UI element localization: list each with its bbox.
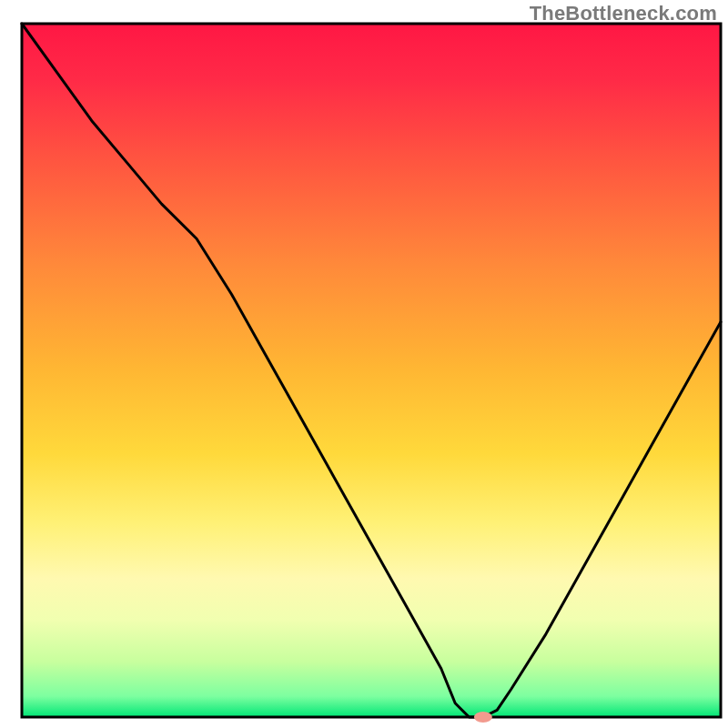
watermark-text: TheBottleneck.com [530,2,717,25]
plot-area [22,24,721,717]
chart-svg [0,0,728,728]
bottleneck-chart: TheBottleneck.com [0,0,728,728]
optimal-point-marker [474,712,492,723]
